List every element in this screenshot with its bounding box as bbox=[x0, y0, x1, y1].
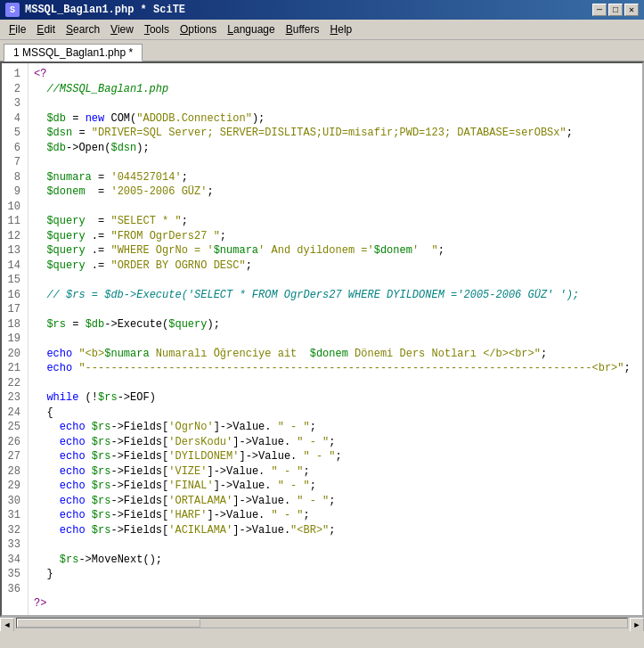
menu-buffers[interactable]: Buffers bbox=[281, 21, 325, 37]
scroll-left-button[interactable]: ◄ bbox=[0, 618, 14, 631]
menu-file[interactable]: File bbox=[4, 21, 31, 37]
minimize-button[interactable]: ─ bbox=[592, 4, 607, 16]
scroll-right-button[interactable]: ► bbox=[630, 618, 644, 631]
menu-edit[interactable]: Edit bbox=[31, 21, 61, 37]
menu-help[interactable]: Help bbox=[325, 21, 358, 37]
tab-file[interactable]: 1 MSSQL_Baglan1.php * bbox=[4, 44, 143, 62]
menu-options[interactable]: Options bbox=[175, 21, 222, 37]
window-controls: ─ □ ✕ bbox=[592, 4, 639, 16]
horizontal-scrollbar-thumb[interactable] bbox=[17, 619, 200, 627]
close-button[interactable]: ✕ bbox=[624, 4, 639, 16]
menu-view[interactable]: View bbox=[105, 21, 139, 37]
title-bar-left: S MSSQL_Baglan1.php * SciTE bbox=[5, 3, 185, 17]
menu-tools[interactable]: Tools bbox=[139, 21, 175, 37]
maximize-button[interactable]: □ bbox=[608, 4, 623, 16]
code-editor[interactable]: <? //MSSQL_Baglan1.php $db = new COM("AD… bbox=[29, 63, 642, 615]
line-numbers: 1 2 3 4 5 6 7 8 9 10 11 12 13 14 15 16 1… bbox=[2, 63, 29, 615]
window-title: MSSQL_Baglan1.php * SciTE bbox=[25, 4, 185, 16]
menu-language[interactable]: Language bbox=[222, 21, 280, 37]
bottom-bar: ◄ ► bbox=[0, 617, 644, 631]
menu-bar: File Edit Search View Tools Options Lang… bbox=[0, 20, 644, 40]
menu-search[interactable]: Search bbox=[61, 21, 105, 37]
title-bar: S MSSQL_Baglan1.php * SciTE ─ □ ✕ bbox=[0, 0, 644, 20]
horizontal-scrollbar-track[interactable] bbox=[16, 618, 628, 628]
editor-area: 1 2 3 4 5 6 7 8 9 10 11 12 13 14 15 16 1… bbox=[0, 62, 644, 617]
tab-bar: 1 MSSQL_Baglan1.php * bbox=[0, 40, 644, 62]
app-icon: S bbox=[5, 3, 20, 17]
